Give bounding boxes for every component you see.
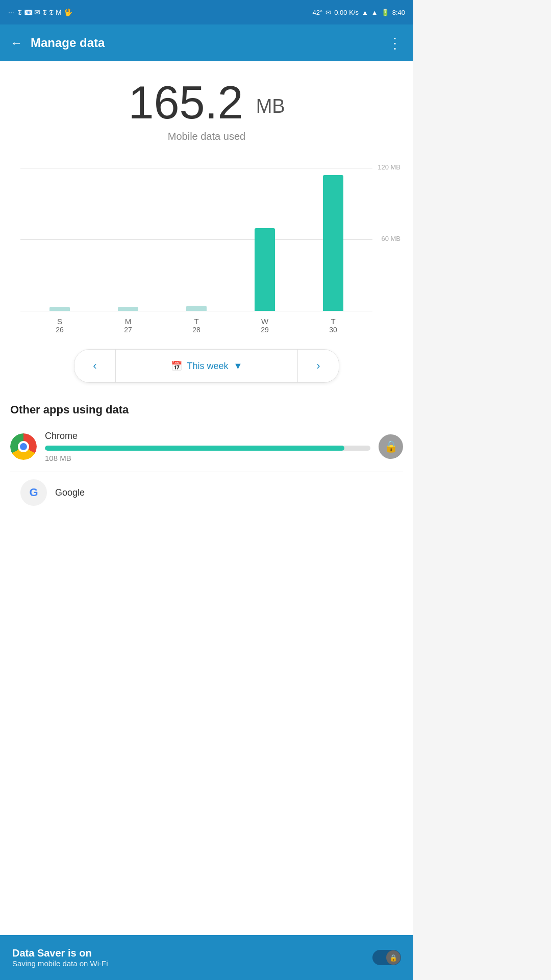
google-app-icon: G [20,479,47,506]
x-label-sun: S 26 [47,317,72,334]
bottom-spacer [0,513,413,564]
bar-group-mon [118,307,138,311]
back-button[interactable]: ← [10,36,22,50]
toggle-thumb: 🔒 [386,950,400,965]
week-selector: ‹ 📅 This week ▼ › [74,349,339,383]
bar-sun [49,307,70,311]
network-speed: 0.00 K/s [334,9,359,16]
battery-icon: 🔋 [381,9,389,16]
status-bar: ··· 𝕿 📧 ✉ 𝕿 𝕿 M 🖐 42° ✉ 0.00 K/s ▲ ▲ 🔋 8… [0,0,413,24]
app-icons: 𝕿 📧 ✉ 𝕿 𝕿 M 🖐 [17,8,72,17]
toggle-container: 🔒 [372,950,401,965]
calendar-icon: 📅 [171,360,182,372]
chrome-progress-fill [45,446,344,451]
envelope-icon: ✉ [325,9,331,16]
x-label-thu: T 30 [320,317,346,334]
status-left: ··· 𝕿 📧 ✉ 𝕿 𝕿 M 🖐 [8,8,72,17]
dropdown-arrow-icon: ▼ [234,361,243,372]
data-amount: 165.2 MB [10,80,403,126]
bar-group-sun [49,307,70,311]
data-saver-toggle[interactable]: 🔒 [372,950,401,965]
bars-area [20,168,372,311]
data-usage-header: 165.2 MB Mobile data used [0,61,413,148]
next-week-button[interactable]: › [298,350,339,382]
bar-tue [186,306,207,311]
chrome-app-size: 108 MB [45,454,370,462]
data-unit: MB [256,95,285,117]
data-saver-text: Data Saver is on Saving mobile data on W… [12,947,108,968]
app-list: Chrome 108 MB 🔒 G Google [0,422,413,513]
time: 8:40 [392,9,405,16]
data-value: 165.2 [128,77,243,128]
chart-x-labels: S 26 M 27 T 28 W 29 T 30 [20,313,372,334]
grid-label-60: 60 MB [381,235,400,242]
week-label: This week [187,361,229,372]
bar-thu [323,175,343,311]
bar-group-tue [186,306,207,311]
chrome-progress-bar [45,446,370,451]
bar-group-thu [323,175,343,311]
bar-group-wed [255,228,275,311]
chrome-lock-button[interactable]: 🔒 [379,434,403,459]
bottom-bar: Data Saver is on Saving mobile data on W… [0,935,413,980]
chart-grid: 120 MB 60 MB [20,168,372,311]
section-title: Other apps using data [0,393,413,422]
other-apps-section: Other apps using data Chrome 108 MB [0,393,413,513]
chart-container: 120 MB 60 MB [10,163,403,334]
list-item-chrome: Chrome 108 MB 🔒 [10,422,403,472]
chrome-app-info: Chrome 108 MB [45,431,370,462]
grid-line-bottom [20,311,372,311]
google-app-name: Google [55,487,85,498]
page-title: Manage data [31,36,380,50]
bar-wed [255,228,275,311]
prev-week-button[interactable]: ‹ [74,350,115,382]
x-label-wed: W 29 [252,317,278,334]
data-saver-title: Data Saver is on [12,947,108,959]
data-saver-subtitle: Saving mobile data on Wi-Fi [12,959,108,968]
status-right: 42° ✉ 0.00 K/s ▲ ▲ 🔋 8:40 [313,9,405,16]
main-content: 165.2 MB Mobile data used 120 MB 60 MB [0,61,413,980]
wifi-icon: ▲ [362,9,368,16]
grid-label-120: 120 MB [378,163,400,171]
signal-icon: ▲ [371,9,378,16]
data-label: Mobile data used [10,131,403,142]
toggle-lock-icon: 🔒 [389,954,397,962]
bar-mon [118,307,138,311]
chrome-app-name: Chrome [45,431,370,442]
x-label-mon: M 27 [115,317,141,334]
lock-icon: 🔒 [384,440,398,453]
list-item-google: G Google [10,472,403,513]
notification-dots: ··· [8,8,14,16]
chrome-app-icon [10,433,37,460]
temperature: 42° [313,9,323,16]
current-week-button[interactable]: 📅 This week ▼ [115,350,298,382]
x-label-tue: T 28 [184,317,209,334]
top-bar: ← Manage data ⋮ [0,24,413,61]
more-menu-button[interactable]: ⋮ [388,35,403,52]
